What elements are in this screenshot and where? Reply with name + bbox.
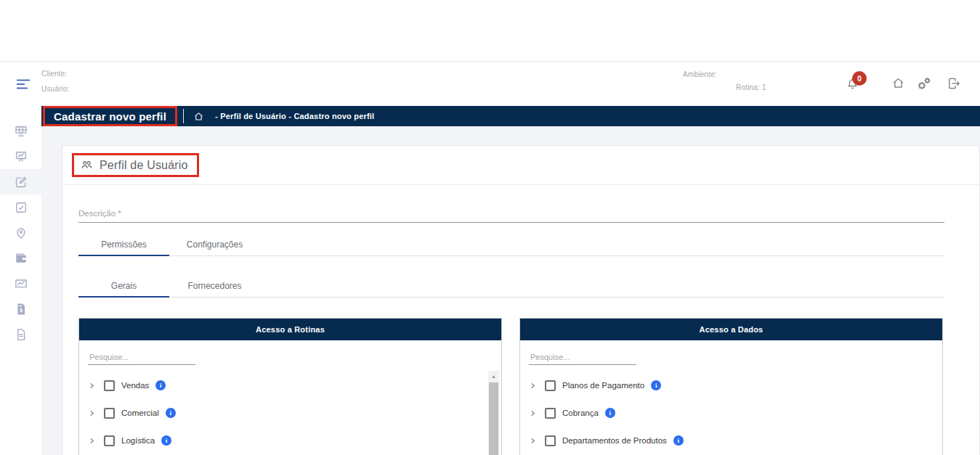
chevron-right-icon[interactable]: [88, 382, 96, 390]
environment-label: Ambiente:: [683, 70, 717, 78]
rotinas-tree: Vendas i Comercial i Logís: [79, 372, 501, 454]
sidebar-item-wallet[interactable]: [0, 245, 41, 271]
tab-fornecedores[interactable]: Fornecedores: [169, 274, 260, 297]
edit-icon: [14, 175, 28, 189]
checkbox-comercial[interactable]: [104, 408, 115, 419]
checkbox-planos-pagamento[interactable]: [545, 380, 556, 391]
card-header: Perfil de Usuário: [62, 146, 979, 185]
checkbox-logistica[interactable]: [104, 435, 115, 446]
presentation-chart-icon: [14, 149, 28, 164]
page-header-bar: Cadastrar novo perfil - Perfil de Usuári…: [41, 106, 980, 126]
panel-title: Acesso a Dados: [520, 319, 942, 340]
tree-row-logistica: Logística i: [79, 427, 501, 454]
wallet-icon: [14, 251, 28, 266]
chevron-right-icon[interactable]: [88, 409, 96, 417]
chevron-right-icon[interactable]: [529, 437, 537, 445]
tree-row-comercial: Comercial i: [79, 399, 501, 427]
tree-row-vendas: Vendas i: [79, 372, 501, 399]
section-title: Perfil de Usuário: [100, 159, 188, 172]
sidebar-item-invoice[interactable]: $: [0, 296, 41, 321]
chevron-right-icon[interactable]: [529, 409, 537, 417]
panel-acesso-dados: Acesso a Dados Planos de Pagamento i: [519, 318, 943, 455]
user-label: Usuário:: [41, 85, 70, 93]
panel-grid-icon: [14, 124, 28, 139]
content-area: Perfil de Usuário Permissões Configuraçõ…: [41, 126, 980, 455]
breadcrumb-home-button[interactable]: [193, 111, 204, 122]
sidebar-item-edit[interactable]: [0, 169, 41, 194]
info-icon[interactable]: i: [166, 408, 176, 418]
tab-permissoes[interactable]: Permissões: [78, 233, 169, 255]
sidebar-item-location[interactable]: [0, 220, 41, 245]
rotinas-search-input[interactable]: [88, 350, 195, 365]
info-icon[interactable]: i: [161, 435, 171, 446]
tree-row-cobranca: Cobrança i: [520, 399, 942, 427]
client-label: Cliente:: [41, 70, 68, 78]
home-button[interactable]: [891, 76, 905, 90]
sidebar-item-chart-board[interactable]: [0, 271, 41, 296]
settings-button[interactable]: [916, 75, 934, 92]
chart-board-icon: [14, 276, 28, 291]
panel-title: Acesso a Rotinas: [79, 319, 501, 340]
panel-acesso-rotinas: Acesso a Rotinas Vendas i Comer: [78, 318, 502, 455]
page-title: Cadastrar novo perfil: [43, 106, 177, 126]
notifications-button[interactable]: 0: [846, 71, 869, 94]
logout-button[interactable]: [947, 76, 961, 91]
active-subtab-underline: [78, 296, 169, 298]
info-icon[interactable]: i: [651, 380, 661, 390]
checkbox-vendas[interactable]: [104, 380, 115, 391]
sidebar-item-presentation-chart[interactable]: [0, 144, 41, 169]
checkbox-departamentos-produtos[interactable]: [545, 435, 556, 446]
chevron-right-icon[interactable]: [88, 437, 96, 445]
chevron-right-icon[interactable]: [529, 382, 537, 390]
sidebar: $: [0, 106, 41, 455]
section-title-box: Perfil de Usuário: [72, 153, 199, 177]
sidebar-item-panel-grid[interactable]: [0, 118, 41, 144]
logout-icon: [947, 76, 961, 91]
checkbox-cobranca[interactable]: [545, 408, 556, 419]
sidebar-item-task-check[interactable]: [0, 194, 41, 220]
dados-tree: Planos de Pagamento i Cobrança i: [520, 372, 942, 454]
settings-gears-icon: [916, 75, 934, 92]
home-icon: [891, 76, 905, 90]
tree-row-planos-pagamento: Planos de Pagamento i: [520, 372, 942, 399]
users-icon: [80, 158, 94, 172]
notification-badge: 0: [852, 71, 867, 86]
scrollbar-thumb[interactable]: [489, 382, 498, 455]
vertical-scrollbar[interactable]: ▲: [488, 371, 499, 455]
home-icon: [193, 111, 204, 122]
info-icon[interactable]: i: [605, 408, 615, 418]
location-pin-icon: [14, 226, 28, 240]
invoice-icon: $: [14, 302, 28, 316]
info-icon[interactable]: i: [673, 435, 684, 446]
scroll-up-button[interactable]: ▲: [488, 371, 499, 382]
active-tab-underline: [78, 255, 169, 256]
dados-search-input[interactable]: [529, 350, 636, 365]
document-icon: [14, 327, 28, 342]
tab-gerais[interactable]: Gerais: [78, 274, 169, 297]
description-input[interactable]: [78, 205, 944, 223]
app-window: Cliente: Usuário: Ambiente: Rotina: 1 0: [0, 0, 980, 455]
main-tabs: Permissões Configurações: [78, 233, 944, 256]
tree-row-departamentos-produtos: Departamentos de Produtos i: [520, 427, 942, 454]
breadcrumb: - Perfil de Usuário - Cadastro novo perf…: [215, 112, 374, 120]
profile-card: Perfil de Usuário Permissões Configuraçõ…: [62, 145, 980, 455]
sub-tabs: Gerais Fornecedores: [78, 274, 944, 298]
topbar: Cliente: Usuário: Ambiente: Rotina: 1 0: [0, 62, 980, 106]
tab-configuracoes[interactable]: Configurações: [169, 233, 260, 255]
header-divider: [183, 109, 184, 123]
routine-label: Rotina: 1: [736, 83, 766, 91]
info-icon[interactable]: i: [155, 380, 166, 390]
menu-hamburger-icon[interactable]: [15, 75, 32, 93]
sidebar-item-document[interactable]: [0, 321, 41, 347]
task-check-icon: [14, 200, 28, 215]
